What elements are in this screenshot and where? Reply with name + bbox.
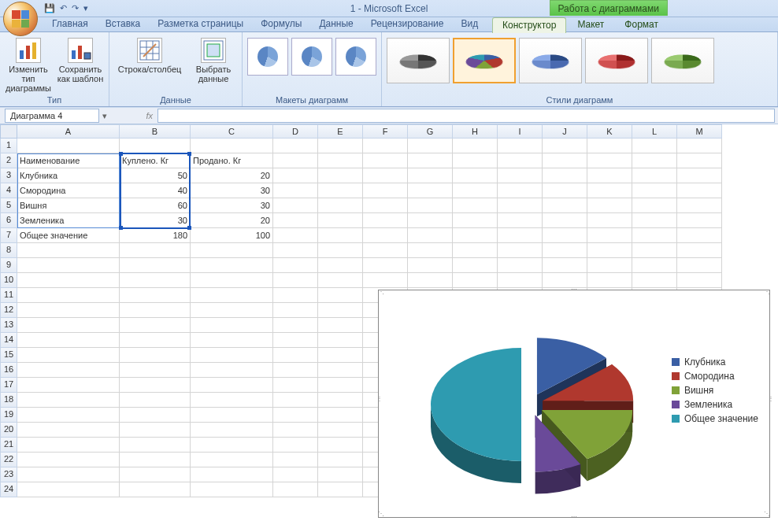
cell-B3[interactable]: 50 bbox=[120, 168, 191, 183]
cell-J2[interactable] bbox=[543, 153, 587, 168]
row-header[interactable]: 4 bbox=[0, 183, 17, 198]
cell-B8[interactable] bbox=[120, 243, 191, 258]
cell-A6[interactable]: Земленика bbox=[17, 213, 120, 228]
col-header-H[interactable]: H bbox=[453, 124, 498, 139]
cell-A16[interactable] bbox=[17, 363, 120, 378]
row-header[interactable]: 20 bbox=[0, 423, 17, 438]
cell-B23[interactable] bbox=[120, 467, 191, 482]
cell-I6[interactable] bbox=[498, 213, 543, 228]
cell-F10[interactable] bbox=[363, 273, 408, 288]
cell-F6[interactable] bbox=[363, 213, 408, 228]
legend-item[interactable]: Вишня bbox=[672, 385, 758, 396]
cell-M10[interactable] bbox=[677, 273, 722, 288]
cell-G8[interactable] bbox=[408, 243, 453, 258]
cell-C6[interactable]: 20 bbox=[191, 213, 273, 228]
cell-B16[interactable] bbox=[120, 363, 191, 378]
cell-A14[interactable] bbox=[17, 333, 120, 348]
cell-C24[interactable] bbox=[191, 482, 273, 497]
cell-A9[interactable] bbox=[17, 258, 120, 273]
cell-M4[interactable] bbox=[677, 183, 722, 198]
cell-A18[interactable] bbox=[17, 393, 120, 408]
cell-E14[interactable] bbox=[318, 333, 363, 348]
cell-D9[interactable] bbox=[273, 258, 318, 273]
cell-C9[interactable] bbox=[191, 258, 273, 273]
row-header[interactable]: 10 bbox=[0, 273, 17, 288]
cell-K4[interactable] bbox=[587, 183, 632, 198]
cell-L4[interactable] bbox=[632, 183, 677, 198]
cell-C4[interactable]: 30 bbox=[191, 183, 273, 198]
chart-resize-handle[interactable] bbox=[768, 397, 772, 411]
cell-G9[interactable] bbox=[408, 258, 453, 273]
fx-icon[interactable]: fx bbox=[146, 111, 153, 120]
cell-B9[interactable] bbox=[120, 258, 191, 273]
cell-B10[interactable] bbox=[120, 273, 191, 288]
cell-I9[interactable] bbox=[498, 258, 543, 273]
row-header[interactable]: 22 bbox=[0, 453, 17, 467]
col-header-G[interactable]: G bbox=[408, 124, 453, 139]
cell-C23[interactable] bbox=[191, 467, 273, 482]
row-header[interactable]: 21 bbox=[0, 438, 17, 453]
cell-L3[interactable] bbox=[632, 168, 677, 183]
cell-D6[interactable] bbox=[273, 213, 318, 228]
row-header[interactable]: 1 bbox=[0, 139, 17, 153]
cell-A19[interactable] bbox=[17, 408, 120, 423]
chart-resize-handle[interactable] bbox=[376, 397, 380, 411]
cell-B14[interactable] bbox=[120, 333, 191, 348]
chart-style-3[interactable] bbox=[519, 38, 582, 83]
tab-chart-design[interactable]: Конструктор bbox=[492, 17, 566, 33]
row-header[interactable]: 9 bbox=[0, 258, 17, 273]
cell-C11[interactable] bbox=[191, 288, 273, 303]
cell-B4[interactable]: 40 bbox=[120, 183, 191, 198]
cell-B17[interactable] bbox=[120, 378, 191, 393]
cell-M7[interactable] bbox=[677, 228, 722, 243]
cell-J8[interactable] bbox=[543, 243, 587, 258]
cell-K7[interactable] bbox=[587, 228, 632, 243]
cell-C10[interactable] bbox=[191, 273, 273, 288]
cell-D2[interactable] bbox=[273, 153, 318, 168]
row-header[interactable]: 18 bbox=[0, 393, 17, 408]
cell-E9[interactable] bbox=[318, 258, 363, 273]
cell-G7[interactable] bbox=[408, 228, 453, 243]
cell-H3[interactable] bbox=[453, 168, 498, 183]
cell-F1[interactable] bbox=[363, 139, 408, 153]
row-header[interactable]: 5 bbox=[0, 198, 17, 213]
col-header-E[interactable]: E bbox=[318, 124, 363, 139]
chart-resize-handle[interactable] bbox=[567, 515, 581, 519]
cell-H7[interactable] bbox=[453, 228, 498, 243]
cell-E1[interactable] bbox=[318, 139, 363, 153]
cell-A12[interactable] bbox=[17, 303, 120, 318]
cell-F5[interactable] bbox=[363, 198, 408, 213]
chart-style-1[interactable] bbox=[387, 38, 450, 83]
tab-home[interactable]: Главная bbox=[44, 17, 96, 31]
chart-resize-handle[interactable] bbox=[763, 511, 771, 519]
undo-icon[interactable]: ↶ bbox=[60, 3, 67, 13]
cell-M2[interactable] bbox=[677, 153, 722, 168]
cell-C1[interactable] bbox=[191, 139, 273, 153]
cell-L10[interactable] bbox=[632, 273, 677, 288]
cell-F2[interactable] bbox=[363, 153, 408, 168]
cell-K1[interactable] bbox=[587, 139, 632, 153]
name-box-dropdown-icon[interactable]: ▾ bbox=[99, 111, 110, 121]
cell-H10[interactable] bbox=[453, 273, 498, 288]
cell-I2[interactable] bbox=[498, 153, 543, 168]
cell-A24[interactable] bbox=[17, 482, 120, 497]
select-all-corner[interactable] bbox=[0, 124, 17, 139]
cell-I5[interactable] bbox=[498, 198, 543, 213]
legend-item[interactable]: Смородина bbox=[672, 371, 758, 382]
chart-resize-handle[interactable] bbox=[377, 511, 385, 519]
cell-E13[interactable] bbox=[318, 318, 363, 333]
tab-data[interactable]: Данные bbox=[311, 17, 361, 31]
cell-G2[interactable] bbox=[408, 153, 453, 168]
switch-row-col-button[interactable]: Строка/столбец bbox=[114, 35, 185, 74]
cell-C22[interactable] bbox=[191, 453, 273, 467]
cell-C2[interactable]: Продано. Кг bbox=[191, 153, 273, 168]
cell-H2[interactable] bbox=[453, 153, 498, 168]
cell-K5[interactable] bbox=[587, 198, 632, 213]
cell-E6[interactable] bbox=[318, 213, 363, 228]
cell-B11[interactable] bbox=[120, 288, 191, 303]
tab-chart-layout[interactable]: Макет bbox=[568, 17, 613, 33]
col-header-B[interactable]: B bbox=[120, 124, 191, 139]
cell-L1[interactable] bbox=[632, 139, 677, 153]
row-header[interactable]: 15 bbox=[0, 348, 17, 363]
cell-M9[interactable] bbox=[677, 258, 722, 273]
